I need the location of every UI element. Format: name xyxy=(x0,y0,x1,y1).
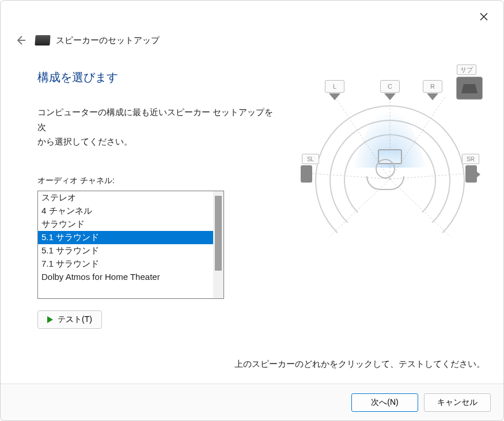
dialog-title: スピーカーのセットアップ xyxy=(56,35,160,46)
svg-marker-7 xyxy=(461,84,478,93)
speaker-center[interactable]: C xyxy=(380,80,400,93)
close-icon xyxy=(480,13,488,21)
speaker-surround-right[interactable] xyxy=(463,165,483,185)
speaker-cone-icon xyxy=(329,93,340,100)
listener-head-icon xyxy=(376,159,404,190)
title-row: スピーカーのセットアップ xyxy=(35,35,160,46)
channel-option[interactable]: 7.1 サラウンド xyxy=(38,257,213,271)
speaker-horn-icon xyxy=(475,170,480,179)
listbox-label: オーディオ チャネル: xyxy=(37,176,278,186)
test-button[interactable]: テスト(T) xyxy=(37,310,102,329)
channel-option[interactable]: 4 チャンネル xyxy=(38,204,213,218)
dialog-header: スピーカーのセットアップ xyxy=(1,1,503,47)
play-icon xyxy=(47,316,53,323)
back-arrow-icon xyxy=(16,35,26,45)
diagram-hint: 上のスピーカーのどれかをクリックして、テストしてください。 xyxy=(234,359,485,370)
channel-option[interactable]: サラウンド xyxy=(38,218,213,231)
speaker-icon xyxy=(35,35,50,45)
back-button[interactable] xyxy=(14,34,27,47)
dialog-footer: 次へ(N) キャンセル xyxy=(1,384,503,420)
right-panel: L C R サブ SL xyxy=(295,64,485,329)
scroll-thumb[interactable] xyxy=(215,196,222,271)
channel-option[interactable]: ステレオ xyxy=(38,191,213,204)
description-line2: から選択してください。 xyxy=(37,136,132,146)
subwoofer-label: サブ xyxy=(457,65,476,75)
speaker-left[interactable]: L xyxy=(325,80,344,93)
left-panel: 構成を選びます コンピューターの構成に最も近いスピーカー セットアップを次 から… xyxy=(37,64,278,329)
speaker-horn-icon xyxy=(301,170,306,179)
speaker-left-label: L xyxy=(333,83,336,90)
listbox-scrollbar[interactable] xyxy=(213,191,223,298)
test-button-label: テスト(T) xyxy=(58,314,92,325)
channel-option-selected[interactable]: 5.1 サラウンド xyxy=(38,231,213,244)
audio-channel-listbox[interactable]: ステレオ 4 チャンネル サラウンド 5.1 サラウンド 5.1 サラウンド 7… xyxy=(37,191,224,299)
speaker-right[interactable]: R xyxy=(423,80,442,93)
channel-option[interactable]: Dolby Atmos for Home Theater xyxy=(38,271,213,283)
speaker-cone-icon xyxy=(427,93,438,100)
list-items: ステレオ 4 チャンネル サラウンド 5.1 サラウンド 5.1 サラウンド 7… xyxy=(38,191,213,298)
content-area: 構成を選びます コンピューターの構成に最も近いスピーカー セットアップを次 から… xyxy=(1,47,503,329)
channel-option[interactable]: 5.1 サラウンド xyxy=(38,244,213,257)
speaker-sr-label: SR xyxy=(462,154,479,164)
close-button[interactable] xyxy=(475,7,493,26)
speaker-center-label: C xyxy=(388,83,392,90)
description-line1: コンピューターの構成に最も近いスピーカー セットアップを次 xyxy=(37,107,273,132)
page-heading: 構成を選びます xyxy=(37,70,278,85)
speaker-diagram: L C R サブ SL xyxy=(295,64,485,237)
speaker-sl-label: SL xyxy=(302,154,319,164)
description-text: コンピューターの構成に最も近いスピーカー セットアップを次 から選択してください… xyxy=(37,105,278,149)
speaker-cone-icon xyxy=(384,93,396,100)
subwoofer-icon xyxy=(461,82,478,94)
speaker-subwoofer[interactable]: サブ xyxy=(456,77,483,100)
speaker-surround-left[interactable] xyxy=(298,165,318,185)
cancel-button[interactable]: キャンセル xyxy=(424,393,491,412)
next-button[interactable]: 次へ(N) xyxy=(351,393,418,412)
speaker-right-label: R xyxy=(430,83,435,90)
speaker-setup-dialog: スピーカーのセットアップ 構成を選びます コンピューターの構成に最も近いスピーカ… xyxy=(0,0,504,421)
